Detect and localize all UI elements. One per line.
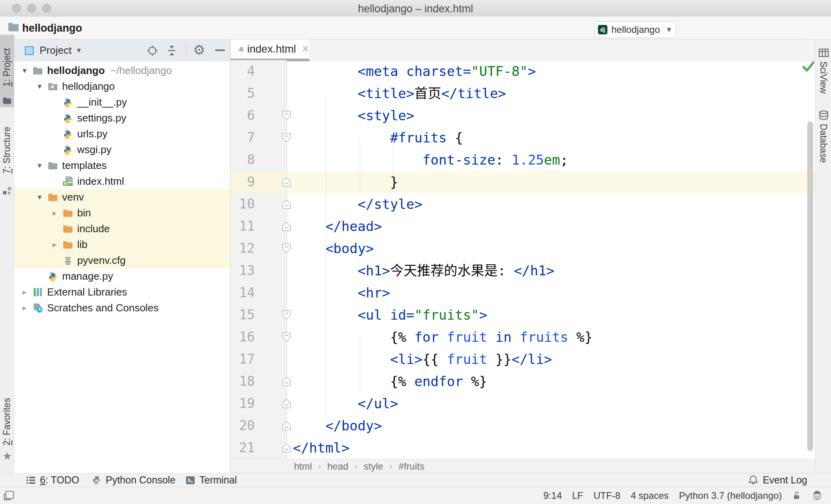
interpreter-widget[interactable]: Python 3.7 (hellodjango) [679,490,782,501]
editor-gutter[interactable]: 17 [231,348,287,370]
fold-end-marker[interactable] [281,221,292,232]
code-line-9[interactable]: 9 } [231,171,815,193]
editor-gutter[interactable]: 7 [231,127,287,149]
tree-item-lib[interactable]: ▸lib [14,237,230,252]
editor-gutter[interactable]: 9 [231,171,287,193]
breadcrumb-html[interactable]: html [294,461,312,472]
toolwindow-button-pyconsole[interactable]: Python Console [91,474,176,486]
indent-widget[interactable]: 4 spaces [631,490,669,501]
stripe-icon[interactable] [818,47,829,60]
toggle-toolwindows-icon[interactable] [3,491,14,501]
run-configuration-select[interactable]: dj hellodjango ▼ [594,21,676,38]
gear-icon[interactable]: ⚙ [193,42,205,58]
collapse-all-icon[interactable] [166,45,177,56]
code-line-6[interactable]: 6 <style> [231,104,815,127]
stripe-icon[interactable] [818,110,829,122]
stripe-button-project[interactable]: 1: Project [2,38,13,97]
code-line-5[interactable]: 5 <title>首页</title> [231,82,815,104]
inspections-ok-icon[interactable] [803,61,814,72]
breadcrumb-style[interactable]: style [364,461,383,472]
tree-item-bin[interactable]: ▸bin [14,205,230,221]
code-line-7[interactable]: 7 #fruits { [231,127,815,149]
fold-end-marker[interactable] [281,398,292,409]
fold-end-marker[interactable] [281,376,292,387]
editor-gutter[interactable]: 13 [231,260,287,282]
hide-panel-icon[interactable] [215,49,225,51]
tree-item-index-html[interactable]: Hindex.html [14,173,230,189]
code-line-20[interactable]: 20 </body> [231,415,815,437]
toolwindow-button-terminal[interactable]: Terminal [185,474,237,486]
caret-position-widget[interactable]: 9:14 [543,490,562,501]
event-log-button[interactable]: Event Log [748,474,807,486]
tab-index-html[interactable]: H index.html ✕ [231,40,309,59]
stripe-button-database[interactable]: Database [818,124,829,163]
fold-start-marker[interactable] [281,243,292,254]
stripe-icon[interactable]: ★ [2,451,12,462]
highlighting-level-icon[interactable] [812,491,822,501]
editor-gutter[interactable]: 4 [231,60,287,82]
fold-start-marker[interactable] [281,332,292,343]
editor-gutter[interactable]: 6 [231,104,287,127]
editor-gutter[interactable]: 10 [231,193,287,215]
fold-start-marker[interactable] [281,110,292,121]
editor-gutter[interactable]: 15 [231,304,287,326]
toolwindow-button-todo[interactable]: 6: TODO [26,474,79,486]
chevron-collapsed-icon[interactable]: ▸ [50,240,59,249]
line-ending-widget[interactable]: LF [572,490,583,501]
tree-item-scratches-and-consoles[interactable]: ▸Scratches and Consoles [14,300,230,316]
fold-end-marker[interactable] [281,420,292,431]
code-line-21[interactable]: 21</html> [231,437,815,459]
code-line-19[interactable]: 19 </ul> [231,392,815,415]
fold-end-marker[interactable] [281,442,292,453]
chevron-collapsed-icon[interactable]: ▸ [50,208,59,218]
close-tab-icon[interactable]: ✕ [302,44,309,55]
code-line-14[interactable]: 14 <hr> [231,282,815,304]
editor-gutter[interactable]: 21 [231,437,287,459]
editor-gutter[interactable]: 14 [231,282,287,304]
editor-gutter[interactable]: 20 [231,415,287,437]
chevron-expanded-icon[interactable]: ▾ [20,66,29,75]
fold-end-marker[interactable] [281,199,292,210]
stripe-icon[interactable] [2,96,12,106]
toolbar-project-name[interactable]: hellodjango [22,22,82,34]
editor-gutter[interactable]: 8 [231,149,287,171]
tree-item-urls-py[interactable]: urls.py [14,126,230,142]
fold-start-marker[interactable] [281,309,292,320]
title-bar[interactable]: hellodjango – index.html [0,0,831,17]
code-line-8[interactable]: 8 font-size: 1.25em; [231,149,815,171]
tree-item-templates[interactable]: ▾templates [14,157,230,173]
code-line-10[interactable]: 10 </style> [231,193,815,215]
code-line-12[interactable]: 12 <body> [231,237,815,260]
encoding-widget[interactable]: UTF-8 [594,490,620,501]
editor-scrollbar[interactable] [807,121,813,451]
code-line-15[interactable]: 15 <ul id="fruits"> [231,304,815,326]
fold-end-marker[interactable] [281,176,292,188]
chevron-expanded-icon[interactable]: ▾ [35,161,44,170]
tree-item-hellodjango[interactable]: ▾hellodjango~/hellodjango [14,63,230,78]
unlocked-icon[interactable] [792,491,802,501]
chevron-down-icon[interactable]: ▼ [76,47,82,55]
code-line-18[interactable]: 18 {% endfor %} [231,370,815,392]
stripe-button-favorites[interactable]: 2: Favorites [2,394,13,450]
editor-gutter[interactable]: 16 [231,326,287,348]
tree-item-pyvenv-cfg[interactable]: pyvenv.cfg [14,252,230,268]
editor-gutter[interactable]: 18 [231,370,287,392]
chevron-collapsed-icon[interactable]: ▸ [20,303,29,313]
tree-item-manage-py[interactable]: manage.py [14,268,230,284]
code-line-16[interactable]: 16 {% for fruit in fruits %} [231,326,815,348]
tree-item-venv[interactable]: ▾venv [14,189,230,205]
stripe-button-sciview[interactable]: SciView [818,61,829,93]
code-line-11[interactable]: 11 </head> [231,215,815,237]
editor-gutter[interactable]: 19 [231,392,287,415]
editor-gutter[interactable]: 12 [231,237,287,260]
fold-start-marker[interactable] [281,132,292,143]
chevron-collapsed-icon[interactable]: ▸ [20,287,29,297]
breadcrumb-fruits[interactable]: #fruits [398,461,424,472]
chevron-expanded-icon[interactable]: ▾ [35,81,44,91]
tree-item-wsgi-py[interactable]: wsgi.py [14,142,230,157]
code-line-13[interactable]: 13 <h1>今天推荐的水果是: </h1> [231,260,815,282]
tree-item-external-libraries[interactable]: ▸External Libraries [14,284,230,300]
tree-item-include[interactable]: include [14,221,230,237]
code-line-17[interactable]: 17 <li>{{ fruit }}</li> [231,348,815,370]
code-line-4[interactable]: 4 <meta charset="UTF-8"> [231,60,815,82]
